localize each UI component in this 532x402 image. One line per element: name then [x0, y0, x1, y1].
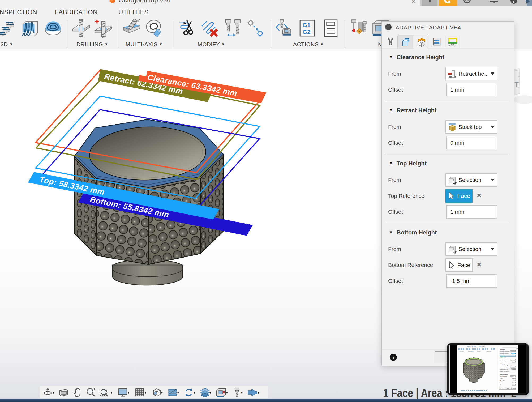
top-from-dropdown[interactable]: Selection: [445, 173, 497, 187]
notification-bell-icon[interactable]: [489, 0, 499, 6]
zoom-window-chevron[interactable]: ▾: [111, 391, 112, 395]
dropdown-chevron-icon[interactable]: [491, 179, 494, 181]
dialog-title: ADAPTIVE : ADAPTIVE4: [396, 24, 461, 31]
tab-utilities[interactable]: UTILITIES: [118, 8, 149, 16]
refresh-icon[interactable]: [184, 387, 194, 397]
probe-icon[interactable]: [349, 19, 367, 39]
top-offset-input[interactable]: 1 mm: [446, 205, 497, 219]
tab-fabrication[interactable]: FABRICATION: [55, 8, 97, 16]
dialog-tab-strip: [382, 34, 514, 49]
tool-chevron[interactable]: ▾: [241, 391, 243, 395]
tab-passes[interactable]: [429, 35, 444, 49]
pip-overlay[interactable]: FABRICATION UTILITIES DRILLINGMULTI-AXIS…: [447, 343, 529, 395]
orbit-icon[interactable]: [43, 387, 53, 397]
refresh-chevron[interactable]: ▾: [194, 391, 195, 395]
section-bottom-height[interactable]: ▼Bottom Height: [389, 229, 437, 236]
top-reference-chip[interactable]: Face: [445, 189, 473, 203]
grid-icon[interactable]: [135, 387, 145, 397]
feed-height-icon[interactable]: [224, 19, 242, 39]
tab-linking[interactable]: [445, 35, 460, 49]
collapse-icon[interactable]: [385, 24, 392, 30]
top-reference-clear-icon[interactable]: ×: [477, 191, 482, 200]
bottom-reference-clear-icon[interactable]: ×: [477, 260, 482, 269]
chevron-down-icon: ▼: [159, 42, 162, 46]
move-path-icon[interactable]: [246, 19, 264, 39]
machine-chevron[interactable]: ▾: [226, 391, 228, 395]
rotary-icon[interactable]: [145, 19, 164, 39]
section-clearance-height[interactable]: ▼Clearance Height: [389, 54, 444, 61]
dropdown-chevron-icon[interactable]: [491, 72, 494, 75]
group-multiaxis[interactable]: MULTI-AXIS▼: [126, 41, 163, 48]
bottom-reference-chip[interactable]: Face: [445, 258, 473, 272]
tab-inspection[interactable]: NSPECTION: [0, 8, 37, 16]
display-chevron[interactable]: ▾: [128, 391, 129, 395]
section-collapse-triangle[interactable]: ▼: [389, 108, 393, 112]
tool-nav-icon[interactable]: [233, 387, 242, 397]
clearance-offset-input[interactable]: 1 mm: [446, 83, 497, 96]
ribbon-divider: [345, 20, 345, 48]
retract-from-dropdown[interactable]: Stock top: [445, 120, 497, 134]
post-nav-icon[interactable]: [247, 387, 258, 397]
adaptive-clearing-icon[interactable]: [0, 19, 16, 39]
fusion-document-icon: [108, 0, 117, 3]
group-modify[interactable]: MODIFY▼: [198, 41, 225, 48]
morphed-spiral-icon[interactable]: [44, 19, 62, 39]
bottom-from-dropdown[interactable]: Selection: [445, 242, 497, 256]
group-drilling[interactable]: DRILLING▼: [76, 41, 108, 48]
orbit-chevron[interactable]: ▾: [53, 391, 54, 395]
viewports-chevron[interactable]: ▾: [161, 391, 163, 395]
look-at-icon[interactable]: [59, 387, 69, 397]
tab-geometry[interactable]: [398, 35, 413, 49]
grid-chevron[interactable]: ▾: [145, 391, 146, 395]
clearance-from-dropdown[interactable]: Retract he...: [445, 67, 497, 80]
section-collapse-triangle[interactable]: ▼: [389, 161, 393, 165]
bottom-offset-label: Offset: [388, 278, 403, 284]
tab-tool[interactable]: [383, 35, 398, 49]
post-process-icon[interactable]: [276, 19, 294, 39]
close-icon[interactable]: ×: [412, 0, 416, 6]
fusion-active-tile[interactable]: [439, 0, 457, 6]
zoom-window-icon[interactable]: [99, 387, 110, 397]
zoom-icon[interactable]: [86, 387, 96, 397]
user-avatar[interactable]: [525, 0, 532, 6]
isolate-chevron[interactable]: ▾: [209, 391, 211, 395]
swarf-icon[interactable]: [123, 19, 141, 39]
drill-add-icon[interactable]: [94, 19, 112, 39]
group-actions[interactable]: ACTIONS▼: [293, 41, 324, 48]
dialog-header[interactable]: ADAPTIVE : ADAPTIVE4: [382, 22, 514, 34]
section-collapse-triangle[interactable]: ▼: [389, 55, 393, 59]
group-3d[interactable]: 3D▼: [1, 41, 13, 48]
setup-sheet-icon[interactable]: [322, 19, 340, 39]
flow-icon[interactable]: [21, 19, 39, 39]
post-chevron[interactable]: ▾: [258, 391, 259, 395]
tab-heights[interactable]: [414, 35, 428, 49]
section-top-height[interactable]: ▼Top Height: [389, 160, 427, 167]
dropdown-chevron-icon[interactable]: [491, 248, 494, 250]
display-settings-icon[interactable]: [117, 387, 128, 397]
section-retract-height[interactable]: ▼Retract Height: [389, 107, 436, 114]
dropdown-chevron-icon[interactable]: [491, 126, 494, 128]
pan-icon[interactable]: [72, 387, 83, 397]
trim-icon[interactable]: [179, 19, 197, 39]
bottom-offset-input[interactable]: -1.5 mm: [446, 274, 497, 288]
viewcube-ghost[interactable]: T: [513, 69, 532, 104]
delete-passes-icon[interactable]: [201, 19, 219, 39]
g1g2-icon[interactable]: G1 G2: [298, 19, 316, 39]
steps-icon[interactable]: [167, 387, 178, 397]
section-collapse-triangle[interactable]: ▼: [389, 230, 393, 234]
bell-glyph: [490, 0, 498, 4]
info-icon[interactable]: i: [390, 354, 397, 361]
machine-nav-icon[interactable]: [216, 387, 227, 397]
drill-icon[interactable]: [72, 19, 90, 39]
job-status-icon[interactable]: [462, 0, 473, 6]
viewports-icon[interactable]: [151, 387, 162, 397]
help-icon[interactable]: [509, 0, 519, 6]
section-divider: [385, 223, 508, 223]
steps-chevron[interactable]: ▾: [177, 391, 179, 395]
bottom-reference-label: Bottom Reference: [388, 262, 433, 268]
isolate-icon[interactable]: [200, 387, 210, 397]
pip-scrollbar[interactable]: [516, 350, 516, 372]
extension-tile[interactable]: [422, 0, 437, 6]
retract-offset-input[interactable]: 0 mm: [446, 136, 497, 149]
titlebar: OctogoonTop v36 ×: [0, 0, 532, 6]
